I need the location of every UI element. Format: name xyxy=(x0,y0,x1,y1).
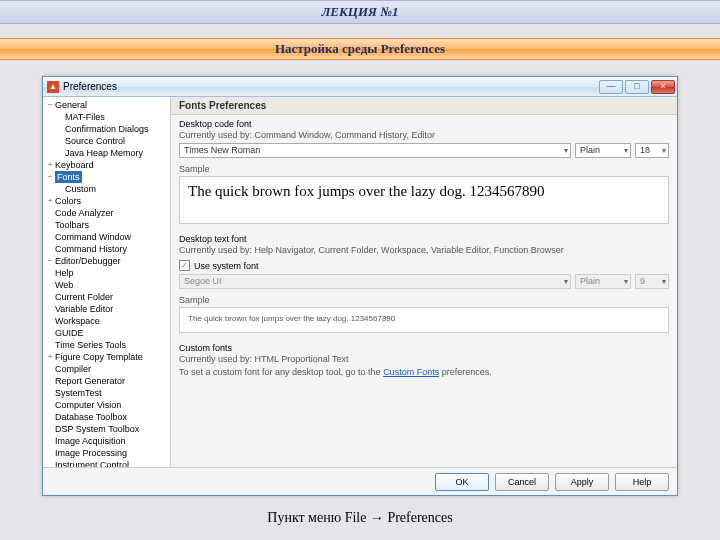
tree-item[interactable]: Source Control xyxy=(43,135,170,147)
tree-item[interactable]: Image Acquisition xyxy=(43,435,170,447)
tree-item[interactable]: Time Series Tools xyxy=(43,339,170,351)
text-sample-label: Sample xyxy=(171,293,677,305)
cancel-button[interactable]: Cancel xyxy=(495,473,549,491)
tree-item-label: SystemTest xyxy=(55,387,102,399)
tree-item[interactable]: DSP System Toolbox xyxy=(43,423,170,435)
code-sample-label: Sample xyxy=(171,162,677,174)
app-icon: ▲ xyxy=(47,81,59,93)
tree-item[interactable]: MAT-Files xyxy=(43,111,170,123)
tree-expander-icon[interactable]: − xyxy=(45,171,55,183)
tree-item-label: MAT-Files xyxy=(55,111,105,123)
tree-item[interactable]: Report Generator xyxy=(43,375,170,387)
section-heading: Desktop code font xyxy=(179,119,669,129)
tree-item[interactable]: GUIDE xyxy=(43,327,170,339)
titlebar[interactable]: ▲ Preferences — □ × xyxy=(43,77,677,97)
tree-item[interactable]: Command Window xyxy=(43,231,170,243)
tree-expander-icon[interactable]: + xyxy=(45,159,55,171)
tree-item-label: Current Folder xyxy=(55,291,113,303)
tree-item[interactable]: +Keyboard xyxy=(43,159,170,171)
tree-item[interactable]: Command History xyxy=(43,243,170,255)
tree-item-label: Computer Vision xyxy=(55,399,121,411)
custom-font-hint: To set a custom font for any desktop too… xyxy=(179,367,669,377)
code-font-name-select[interactable]: Times New Roman xyxy=(179,143,571,158)
section-subtext: Currently used by: Command Window, Comma… xyxy=(179,130,669,140)
tree-item-label: Instrument Control xyxy=(55,459,129,467)
tree-item[interactable]: +Figure Copy Template xyxy=(43,351,170,363)
tree-item[interactable]: Database Toolbox xyxy=(43,411,170,423)
tree-item[interactable]: Custom xyxy=(43,183,170,195)
tree-item[interactable]: Compiler xyxy=(43,363,170,375)
section-heading: Custom fonts xyxy=(179,343,669,353)
text-font-style-select: Plain xyxy=(575,274,631,289)
preferences-window: ▲ Preferences — □ × −GeneralMAT-FilesCon… xyxy=(42,76,678,496)
slide-title: ЛЕКЦИЯ №1 xyxy=(0,0,720,24)
tree-item-label: Image Acquisition xyxy=(55,435,126,447)
tree-item-label: Keyboard xyxy=(55,159,94,171)
text-font-size-select: 9 xyxy=(635,274,669,289)
tree-item-label: Java Heap Memory xyxy=(55,147,143,159)
tree-item-label: Figure Copy Template xyxy=(55,351,143,363)
ok-button[interactable]: OK xyxy=(435,473,489,491)
tree-item[interactable]: Workspace xyxy=(43,315,170,327)
tree-item-label: Editor/Debugger xyxy=(55,255,121,267)
section-subtext: Currently used by: HTML Proportional Tex… xyxy=(179,354,669,364)
apply-button[interactable]: Apply xyxy=(555,473,609,491)
code-font-size-select[interactable]: 18 xyxy=(635,143,669,158)
tree-item[interactable]: −Fonts xyxy=(43,171,170,183)
tree-expander-icon[interactable]: + xyxy=(45,351,55,363)
tree-item[interactable]: −General xyxy=(43,99,170,111)
tree-item-label: Help xyxy=(55,267,74,279)
tree-item[interactable]: Image Processing xyxy=(43,447,170,459)
section-heading: Desktop text font xyxy=(179,234,669,244)
custom-fonts-link[interactable]: Custom Fonts xyxy=(383,367,439,377)
close-button[interactable]: × xyxy=(651,80,675,94)
tree-expander-icon[interactable]: − xyxy=(45,99,55,111)
help-button[interactable]: Help xyxy=(615,473,669,491)
settings-pane: Fonts Preferences Desktop code font Curr… xyxy=(171,97,677,467)
code-font-section: Desktop code font Currently used by: Com… xyxy=(171,115,677,162)
use-system-font-row[interactable]: ✓ Use system font xyxy=(171,260,677,274)
dialog-button-bar: OK Cancel Apply Help xyxy=(43,467,677,495)
use-system-font-checkbox[interactable]: ✓ xyxy=(179,260,190,271)
tree-item-label: Colors xyxy=(55,195,81,207)
text-font-section: Desktop text font Currently used by: Hel… xyxy=(171,230,677,260)
code-sample-box: The quick brown fox jumps over the lazy … xyxy=(179,176,669,224)
tree-item[interactable]: +Colors xyxy=(43,195,170,207)
tree-item[interactable]: Variable Editor xyxy=(43,303,170,315)
tree-expander-icon[interactable]: − xyxy=(45,255,55,267)
minimize-button[interactable]: — xyxy=(599,80,623,94)
tree-item[interactable]: Instrument Control xyxy=(43,459,170,467)
tree-item-label: Command Window xyxy=(55,231,131,243)
code-font-style-select[interactable]: Plain xyxy=(575,143,631,158)
tree-item[interactable]: Java Heap Memory xyxy=(43,147,170,159)
tree-item-label: Confirmation Dialogs xyxy=(55,123,149,135)
tree-item-label: Source Control xyxy=(55,135,125,147)
tree-item[interactable]: Toolbars xyxy=(43,219,170,231)
window-title: Preferences xyxy=(63,81,117,92)
tree-item[interactable]: Computer Vision xyxy=(43,399,170,411)
tree-expander-icon[interactable]: + xyxy=(45,195,55,207)
section-subtext: Currently used by: Help Navigator, Curre… xyxy=(179,245,669,255)
tree-item-label: Command History xyxy=(55,243,127,255)
tree-item[interactable]: Web xyxy=(43,279,170,291)
tree-item[interactable]: Confirmation Dialogs xyxy=(43,123,170,135)
tree-item[interactable]: SystemTest xyxy=(43,387,170,399)
tree-item[interactable]: Current Folder xyxy=(43,291,170,303)
tree-item-label: Fonts xyxy=(55,171,82,183)
tree-item-label: Toolbars xyxy=(55,219,89,231)
tree-item-label: Custom xyxy=(55,183,96,195)
tree-item[interactable]: Help xyxy=(43,267,170,279)
text-sample-box: The quick brown fox jumps over the lazy … xyxy=(179,307,669,333)
maximize-button[interactable]: □ xyxy=(625,80,649,94)
tree-item-label: Image Processing xyxy=(55,447,127,459)
category-tree[interactable]: −GeneralMAT-FilesConfirmation DialogsSou… xyxy=(43,97,171,467)
tree-item-label: Report Generator xyxy=(55,375,125,387)
tree-item[interactable]: Code Analyzer xyxy=(43,207,170,219)
tree-item-label: Compiler xyxy=(55,363,91,375)
text-font-name-select: Segoe UI xyxy=(179,274,571,289)
tree-item[interactable]: −Editor/Debugger xyxy=(43,255,170,267)
use-system-font-label: Use system font xyxy=(194,261,259,271)
slide-subtitle: Настройка среды Preferences xyxy=(0,38,720,60)
custom-font-section: Custom fonts Currently used by: HTML Pro… xyxy=(171,339,677,382)
tree-item-label: Time Series Tools xyxy=(55,339,126,351)
